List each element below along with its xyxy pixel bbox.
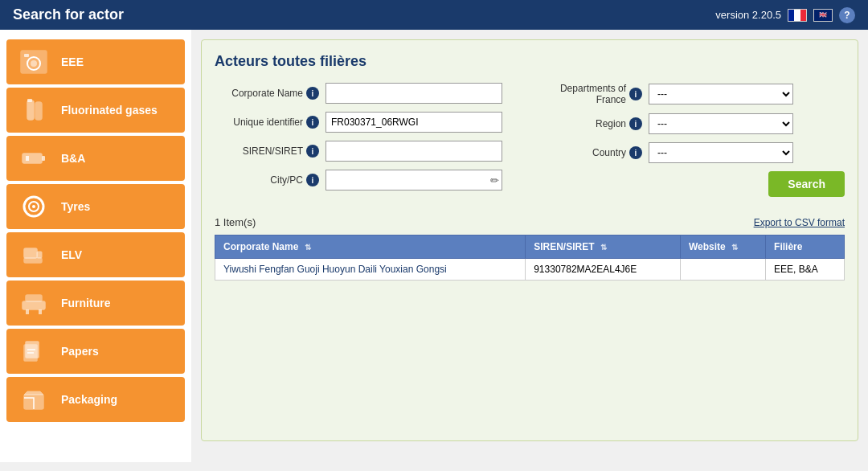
- col-website[interactable]: Website ⇅: [680, 236, 765, 259]
- furniture-icon: [16, 289, 51, 317]
- region-label: Region i: [546, 117, 642, 130]
- sidebar-label-bna: B&A: [61, 152, 85, 165]
- departments-row: Departments of France i ---: [546, 83, 845, 105]
- sidebar-label-elv: ELV: [61, 248, 82, 261]
- city-info-icon[interactable]: i: [306, 174, 319, 186]
- results-count: 1 Item(s): [215, 216, 256, 228]
- svg-rect-19: [39, 309, 42, 314]
- car-seat-icon: [16, 240, 51, 269]
- corporate-name-info-icon[interactable]: i: [306, 87, 319, 100]
- content-area: Acteurs toutes filières Corporate Name i: [191, 30, 868, 462]
- svg-rect-15: [37, 252, 42, 258]
- sidebar-item-papers[interactable]: Papers: [6, 329, 185, 374]
- country-row: Country i ---: [546, 142, 845, 163]
- sort-icon-corporate-name: ⇅: [305, 243, 311, 252]
- page-title: Search for actor: [13, 6, 124, 23]
- svg-rect-6: [27, 99, 32, 102]
- version-text: version 2.20.5: [715, 9, 781, 21]
- unique-id-label: Unique identifier i: [215, 116, 319, 129]
- corporate-name-link[interactable]: Yiwushi Fengfan Guoji Huoyun Daili Youxi…: [223, 264, 447, 275]
- svg-rect-13: [24, 248, 37, 258]
- country-select[interactable]: ---: [649, 142, 793, 163]
- corporate-name-row: Corporate Name i: [215, 83, 514, 104]
- country-label: Country i: [546, 146, 642, 159]
- search-panel: Acteurs toutes filières Corporate Name i: [201, 39, 858, 441]
- sidebar-item-eee[interactable]: EEE: [6, 39, 185, 84]
- sidebar-item-bna[interactable]: B&A: [6, 136, 185, 181]
- cell-siren: 91330782MA2EAL4J6E: [526, 259, 681, 281]
- table-row: Yiwushi Fengfan Guoji Huoyun Daili Youxi…: [215, 259, 845, 281]
- departments-label: Departments of France i: [546, 83, 642, 105]
- search-form: Corporate Name i Unique identifier i: [215, 83, 845, 203]
- pencil-icon: ✏: [490, 174, 499, 186]
- svg-rect-7: [23, 154, 42, 163]
- sidebar-label-tyres: Tyres: [61, 200, 90, 213]
- sidebar-label-eee: EEE: [61, 55, 84, 68]
- siren-info-icon[interactable]: i: [306, 145, 319, 158]
- search-btn-row: Search: [546, 171, 845, 197]
- siren-label: SIREN/SIRET i: [215, 145, 319, 158]
- sidebar-item-fluorinated-gases[interactable]: Fluorinated gases: [6, 88, 185, 133]
- siren-input[interactable]: [326, 141, 502, 162]
- flag-fr[interactable]: [788, 9, 807, 22]
- panel-title: Acteurs toutes filières: [215, 53, 845, 70]
- cell-corporate-name: Yiwushi Fengfan Guoji Huoyun Daili Youxi…: [215, 259, 526, 281]
- top-header: Search for actor version 2.20.5 🇬🇧 ?: [0, 0, 868, 30]
- sidebar-item-packaging[interactable]: Packaging: [6, 377, 185, 422]
- departments-info-icon[interactable]: i: [629, 88, 642, 100]
- col-corporate-name[interactable]: Corporate Name ⇅: [215, 236, 526, 259]
- washing-machine-icon: [16, 47, 51, 76]
- results-header: 1 Item(s) Export to CSV format: [215, 216, 845, 228]
- sidebar-item-elv[interactable]: ELV: [6, 232, 185, 277]
- cell-filiere: EEE, B&A: [766, 259, 845, 281]
- corporate-name-input[interactable]: [326, 83, 502, 104]
- help-icon[interactable]: ?: [839, 7, 855, 23]
- region-select[interactable]: ---: [649, 113, 793, 134]
- svg-rect-3: [24, 54, 29, 57]
- sidebar-label-papers: Papers: [61, 345, 99, 358]
- city-label: City/PC i: [215, 174, 319, 186]
- city-input-wrapper: ✏: [326, 170, 502, 190]
- col-filiere[interactable]: Filière: [766, 236, 845, 259]
- tyre-icon: [16, 192, 51, 221]
- search-button[interactable]: Search: [768, 171, 845, 197]
- sidebar-label-fluorinated-gases: Fluorinated gases: [61, 104, 158, 117]
- unique-id-row: Unique identifier i: [215, 112, 514, 133]
- sidebar-label-furniture: Furniture: [61, 297, 110, 309]
- svg-rect-5: [35, 102, 42, 120]
- sort-icon-website: ⇅: [731, 243, 738, 252]
- packaging-icon: [16, 385, 51, 414]
- svg-rect-16: [23, 301, 45, 309]
- svg-rect-8: [42, 156, 45, 161]
- svg-rect-4: [27, 100, 34, 120]
- unique-id-input[interactable]: [326, 112, 502, 133]
- departments-select[interactable]: ---: [649, 84, 793, 104]
- col-siren[interactable]: SIREN/SIRET ⇅: [526, 236, 681, 259]
- svg-rect-17: [26, 295, 42, 301]
- region-row: Region i ---: [546, 113, 845, 134]
- city-row: City/PC i ✏: [215, 170, 514, 190]
- unique-id-info-icon[interactable]: i: [306, 116, 319, 129]
- svg-rect-9: [26, 156, 29, 161]
- cell-website: [680, 259, 765, 281]
- svg-rect-18: [26, 309, 29, 314]
- svg-rect-14: [24, 258, 42, 263]
- version-area: version 2.20.5 🇬🇧 ?: [715, 7, 855, 23]
- city-input[interactable]: [326, 170, 502, 190]
- svg-point-2: [31, 60, 37, 67]
- export-link[interactable]: Export to CSV format: [754, 217, 845, 228]
- table-header-row: Corporate Name ⇅ SIREN/SIRET ⇅ Website ⇅: [215, 236, 845, 259]
- main-layout: EEE Fluorinated gases B&A: [0, 30, 868, 462]
- sidebar-item-furniture[interactable]: Furniture: [6, 281, 185, 326]
- region-info-icon[interactable]: i: [629, 117, 642, 130]
- country-info-icon[interactable]: i: [629, 146, 642, 159]
- battery-icon: [16, 144, 51, 173]
- corporate-name-label: Corporate Name i: [215, 87, 319, 100]
- sidebar-item-tyres[interactable]: Tyres: [6, 184, 185, 229]
- flag-uk[interactable]: 🇬🇧: [813, 9, 833, 22]
- siren-row: SIREN/SIRET i: [215, 141, 514, 162]
- svg-point-12: [32, 205, 35, 208]
- form-right: Departments of France i --- Region i: [546, 83, 845, 203]
- results-table: Corporate Name ⇅ SIREN/SIRET ⇅ Website ⇅: [215, 235, 845, 281]
- papers-icon: [16, 337, 51, 366]
